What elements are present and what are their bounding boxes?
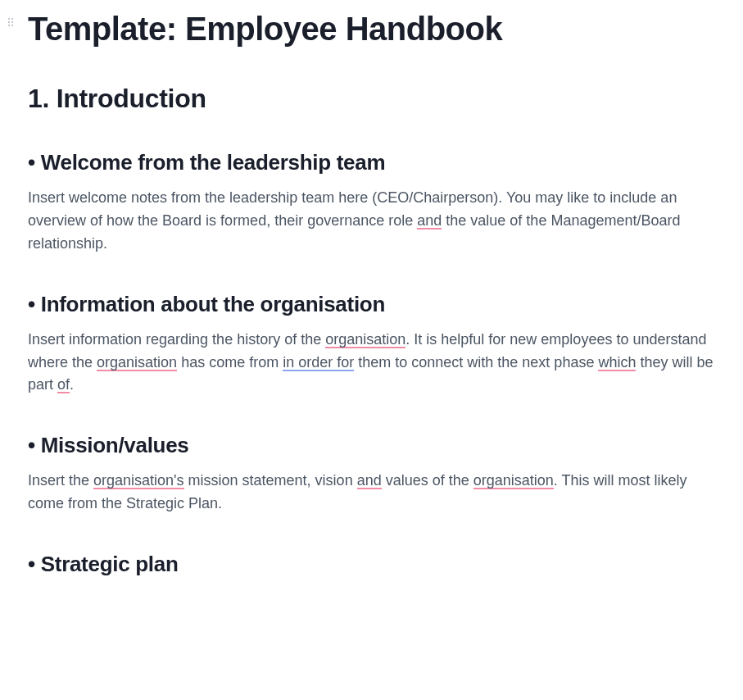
grammar-highlight[interactable]: which xyxy=(598,354,636,371)
subheading-strategic[interactable]: Strategic plan xyxy=(28,552,715,577)
document-title[interactable]: Template: Employee Handbook xyxy=(28,10,715,48)
section-heading-introduction[interactable]: 1. Introduction xyxy=(28,84,715,114)
paragraph-mission[interactable]: Insert the organisation's mission statem… xyxy=(28,470,715,516)
text-run: has come from xyxy=(177,354,283,370)
document-page: Template: Employee Handbook 1. Introduct… xyxy=(0,0,743,595)
subheading-mission[interactable]: Mission/values xyxy=(28,433,715,458)
text-run: . xyxy=(70,376,74,393)
paragraph-info-org[interactable]: Insert information regarding the history… xyxy=(28,329,715,398)
drag-handle-icon[interactable] xyxy=(8,18,13,26)
grammar-highlight[interactable]: and xyxy=(357,472,382,489)
paragraph-welcome[interactable]: Insert welcome notes from the leadership… xyxy=(28,187,715,256)
grammar-highlight[interactable]: organisation xyxy=(325,331,405,348)
grammar-highlight[interactable]: organisation's xyxy=(93,472,184,489)
subheading-info-org[interactable]: Information about the organisation xyxy=(28,292,715,317)
grammar-highlight[interactable]: of xyxy=(57,376,70,393)
grammar-highlight[interactable]: organisation xyxy=(473,472,554,489)
grammar-highlight[interactable]: in order for xyxy=(283,354,354,371)
text-run: mission statement, vision xyxy=(184,472,357,489)
text-run: values of the xyxy=(382,472,473,489)
text-run: Insert the xyxy=(28,472,93,489)
text-run: them to connect with the next phase xyxy=(354,354,598,370)
subheading-welcome[interactable]: Welcome from the leadership team xyxy=(28,150,715,175)
grammar-highlight[interactable]: and xyxy=(417,212,442,230)
grammar-highlight[interactable]: organisation xyxy=(97,354,177,371)
text-run: Insert information regarding the history… xyxy=(28,331,325,348)
